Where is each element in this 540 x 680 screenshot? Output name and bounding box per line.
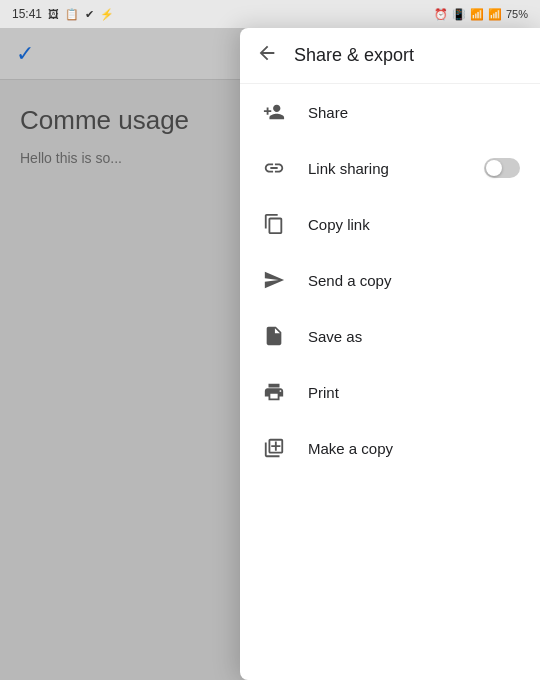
link-sharing-toggle[interactable] (484, 158, 520, 178)
file-icon (260, 325, 288, 347)
save-as-label: Save as (308, 328, 520, 345)
menu-item-make-copy[interactable]: Make a copy (240, 420, 540, 476)
status-left: 15:41 🖼 📋 ✔ ⚡ (12, 7, 114, 21)
status-bar: 15:41 🖼 📋 ✔ ⚡ ⏰ 📳 📶 📶 75% (0, 0, 540, 28)
copy-link-label: Copy link (308, 216, 520, 233)
back-button[interactable] (256, 42, 278, 69)
menu-item-send-copy[interactable]: Send a copy (240, 252, 540, 308)
signal-icon: 📶 (488, 8, 502, 21)
notif-icon-1: 🖼 (48, 8, 59, 20)
copy-icon (260, 213, 288, 235)
menu-item-link-sharing[interactable]: Link sharing (240, 140, 540, 196)
vibrate-icon: 📳 (452, 8, 466, 21)
person-add-icon (260, 101, 288, 123)
menu-item-share[interactable]: Share (240, 84, 540, 140)
alarm-icon: ⏰ (434, 8, 448, 21)
duplicate-icon (260, 437, 288, 459)
menu-title: Share & export (294, 45, 414, 66)
link-icon (260, 157, 288, 179)
link-sharing-label: Link sharing (308, 160, 464, 177)
notif-icon-4: ⚡ (100, 8, 114, 21)
print-icon (260, 381, 288, 403)
print-label: Print (308, 384, 520, 401)
menu-item-save-as[interactable]: Save as (240, 308, 540, 364)
notif-icon-3: ✔ (85, 8, 94, 21)
battery: 75% (506, 8, 528, 20)
make-copy-label: Make a copy (308, 440, 520, 457)
menu-item-copy-link[interactable]: Copy link (240, 196, 540, 252)
share-label: Share (308, 104, 520, 121)
notif-icon-2: 📋 (65, 8, 79, 21)
send-copy-label: Send a copy (308, 272, 520, 289)
menu-item-print[interactable]: Print (240, 364, 540, 420)
time: 15:41 (12, 7, 42, 21)
menu-panel: Share & export Share Link sharing Copy l… (240, 28, 540, 680)
send-icon (260, 269, 288, 291)
status-right: ⏰ 📳 📶 📶 75% (434, 8, 528, 21)
wifi-icon: 📶 (470, 8, 484, 21)
menu-header: Share & export (240, 28, 540, 84)
